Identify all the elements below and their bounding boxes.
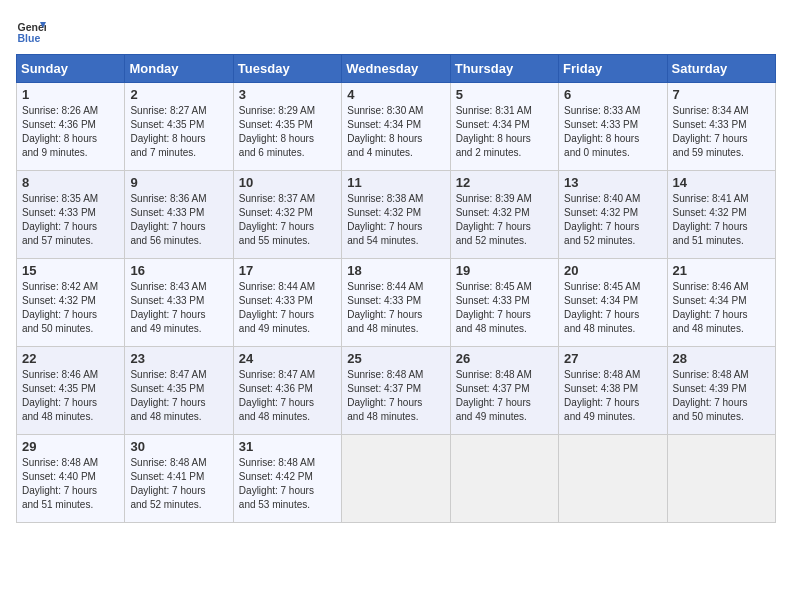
cell-content: Sunrise: 8:40 AM Sunset: 4:32 PM Dayligh… xyxy=(564,192,661,248)
calendar-cell: 7Sunrise: 8:34 AM Sunset: 4:33 PM Daylig… xyxy=(667,83,775,171)
day-number: 14 xyxy=(673,175,770,190)
cell-content: Sunrise: 8:37 AM Sunset: 4:32 PM Dayligh… xyxy=(239,192,336,248)
day-number: 24 xyxy=(239,351,336,366)
calendar-cell: 1Sunrise: 8:26 AM Sunset: 4:36 PM Daylig… xyxy=(17,83,125,171)
calendar-cell: 16Sunrise: 8:43 AM Sunset: 4:33 PM Dayli… xyxy=(125,259,233,347)
day-number: 19 xyxy=(456,263,553,278)
day-number: 15 xyxy=(22,263,119,278)
calendar-cell: 5Sunrise: 8:31 AM Sunset: 4:34 PM Daylig… xyxy=(450,83,558,171)
logo-icon: General Blue xyxy=(16,16,46,46)
week-row-5: 29Sunrise: 8:48 AM Sunset: 4:40 PM Dayli… xyxy=(17,435,776,523)
column-header-monday: Monday xyxy=(125,55,233,83)
week-row-1: 1Sunrise: 8:26 AM Sunset: 4:36 PM Daylig… xyxy=(17,83,776,171)
day-number: 18 xyxy=(347,263,444,278)
day-number: 6 xyxy=(564,87,661,102)
day-number: 9 xyxy=(130,175,227,190)
calendar-table: SundayMondayTuesdayWednesdayThursdayFrid… xyxy=(16,54,776,523)
column-header-wednesday: Wednesday xyxy=(342,55,450,83)
calendar-cell: 26Sunrise: 8:48 AM Sunset: 4:37 PM Dayli… xyxy=(450,347,558,435)
day-number: 12 xyxy=(456,175,553,190)
week-row-3: 15Sunrise: 8:42 AM Sunset: 4:32 PM Dayli… xyxy=(17,259,776,347)
calendar-cell: 24Sunrise: 8:47 AM Sunset: 4:36 PM Dayli… xyxy=(233,347,341,435)
calendar-cell xyxy=(667,435,775,523)
cell-content: Sunrise: 8:43 AM Sunset: 4:33 PM Dayligh… xyxy=(130,280,227,336)
calendar-cell: 23Sunrise: 8:47 AM Sunset: 4:35 PM Dayli… xyxy=(125,347,233,435)
day-number: 23 xyxy=(130,351,227,366)
cell-content: Sunrise: 8:36 AM Sunset: 4:33 PM Dayligh… xyxy=(130,192,227,248)
cell-content: Sunrise: 8:46 AM Sunset: 4:35 PM Dayligh… xyxy=(22,368,119,424)
cell-content: Sunrise: 8:48 AM Sunset: 4:40 PM Dayligh… xyxy=(22,456,119,512)
calendar-cell: 21Sunrise: 8:46 AM Sunset: 4:34 PM Dayli… xyxy=(667,259,775,347)
cell-content: Sunrise: 8:47 AM Sunset: 4:36 PM Dayligh… xyxy=(239,368,336,424)
calendar-cell xyxy=(559,435,667,523)
cell-content: Sunrise: 8:48 AM Sunset: 4:41 PM Dayligh… xyxy=(130,456,227,512)
calendar-cell: 8Sunrise: 8:35 AM Sunset: 4:33 PM Daylig… xyxy=(17,171,125,259)
week-row-4: 22Sunrise: 8:46 AM Sunset: 4:35 PM Dayli… xyxy=(17,347,776,435)
day-number: 13 xyxy=(564,175,661,190)
cell-content: Sunrise: 8:38 AM Sunset: 4:32 PM Dayligh… xyxy=(347,192,444,248)
calendar-cell: 30Sunrise: 8:48 AM Sunset: 4:41 PM Dayli… xyxy=(125,435,233,523)
cell-content: Sunrise: 8:48 AM Sunset: 4:37 PM Dayligh… xyxy=(456,368,553,424)
cell-content: Sunrise: 8:48 AM Sunset: 4:38 PM Dayligh… xyxy=(564,368,661,424)
logo: General Blue xyxy=(16,16,50,46)
day-number: 20 xyxy=(564,263,661,278)
calendar-cell: 15Sunrise: 8:42 AM Sunset: 4:32 PM Dayli… xyxy=(17,259,125,347)
calendar-cell: 9Sunrise: 8:36 AM Sunset: 4:33 PM Daylig… xyxy=(125,171,233,259)
cell-content: Sunrise: 8:44 AM Sunset: 4:33 PM Dayligh… xyxy=(347,280,444,336)
day-number: 7 xyxy=(673,87,770,102)
cell-content: Sunrise: 8:31 AM Sunset: 4:34 PM Dayligh… xyxy=(456,104,553,160)
day-number: 3 xyxy=(239,87,336,102)
cell-content: Sunrise: 8:30 AM Sunset: 4:34 PM Dayligh… xyxy=(347,104,444,160)
calendar-cell: 27Sunrise: 8:48 AM Sunset: 4:38 PM Dayli… xyxy=(559,347,667,435)
calendar-cell: 18Sunrise: 8:44 AM Sunset: 4:33 PM Dayli… xyxy=(342,259,450,347)
calendar-cell: 20Sunrise: 8:45 AM Sunset: 4:34 PM Dayli… xyxy=(559,259,667,347)
cell-content: Sunrise: 8:42 AM Sunset: 4:32 PM Dayligh… xyxy=(22,280,119,336)
calendar-cell: 3Sunrise: 8:29 AM Sunset: 4:35 PM Daylig… xyxy=(233,83,341,171)
day-number: 28 xyxy=(673,351,770,366)
column-header-sunday: Sunday xyxy=(17,55,125,83)
day-number: 5 xyxy=(456,87,553,102)
calendar-cell: 4Sunrise: 8:30 AM Sunset: 4:34 PM Daylig… xyxy=(342,83,450,171)
day-number: 25 xyxy=(347,351,444,366)
day-number: 22 xyxy=(22,351,119,366)
cell-content: Sunrise: 8:45 AM Sunset: 4:34 PM Dayligh… xyxy=(564,280,661,336)
cell-content: Sunrise: 8:48 AM Sunset: 4:37 PM Dayligh… xyxy=(347,368,444,424)
calendar-cell: 10Sunrise: 8:37 AM Sunset: 4:32 PM Dayli… xyxy=(233,171,341,259)
calendar-cell: 13Sunrise: 8:40 AM Sunset: 4:32 PM Dayli… xyxy=(559,171,667,259)
cell-content: Sunrise: 8:48 AM Sunset: 4:42 PM Dayligh… xyxy=(239,456,336,512)
calendar-cell: 14Sunrise: 8:41 AM Sunset: 4:32 PM Dayli… xyxy=(667,171,775,259)
week-row-2: 8Sunrise: 8:35 AM Sunset: 4:33 PM Daylig… xyxy=(17,171,776,259)
day-number: 31 xyxy=(239,439,336,454)
day-number: 17 xyxy=(239,263,336,278)
cell-content: Sunrise: 8:29 AM Sunset: 4:35 PM Dayligh… xyxy=(239,104,336,160)
day-number: 26 xyxy=(456,351,553,366)
day-number: 11 xyxy=(347,175,444,190)
day-number: 1 xyxy=(22,87,119,102)
calendar-cell: 17Sunrise: 8:44 AM Sunset: 4:33 PM Dayli… xyxy=(233,259,341,347)
calendar-cell: 31Sunrise: 8:48 AM Sunset: 4:42 PM Dayli… xyxy=(233,435,341,523)
day-number: 10 xyxy=(239,175,336,190)
day-number: 2 xyxy=(130,87,227,102)
svg-text:Blue: Blue xyxy=(18,32,41,44)
calendar-cell: 11Sunrise: 8:38 AM Sunset: 4:32 PM Dayli… xyxy=(342,171,450,259)
day-number: 4 xyxy=(347,87,444,102)
calendar-cell: 2Sunrise: 8:27 AM Sunset: 4:35 PM Daylig… xyxy=(125,83,233,171)
calendar-cell: 22Sunrise: 8:46 AM Sunset: 4:35 PM Dayli… xyxy=(17,347,125,435)
calendar-cell: 25Sunrise: 8:48 AM Sunset: 4:37 PM Dayli… xyxy=(342,347,450,435)
calendar-cell: 6Sunrise: 8:33 AM Sunset: 4:33 PM Daylig… xyxy=(559,83,667,171)
calendar-cell: 29Sunrise: 8:48 AM Sunset: 4:40 PM Dayli… xyxy=(17,435,125,523)
column-header-saturday: Saturday xyxy=(667,55,775,83)
day-number: 29 xyxy=(22,439,119,454)
column-header-thursday: Thursday xyxy=(450,55,558,83)
header-row: SundayMondayTuesdayWednesdayThursdayFrid… xyxy=(17,55,776,83)
cell-content: Sunrise: 8:41 AM Sunset: 4:32 PM Dayligh… xyxy=(673,192,770,248)
calendar-cell xyxy=(450,435,558,523)
column-header-tuesday: Tuesday xyxy=(233,55,341,83)
day-number: 21 xyxy=(673,263,770,278)
cell-content: Sunrise: 8:47 AM Sunset: 4:35 PM Dayligh… xyxy=(130,368,227,424)
header: General Blue xyxy=(16,16,776,46)
cell-content: Sunrise: 8:34 AM Sunset: 4:33 PM Dayligh… xyxy=(673,104,770,160)
calendar-cell: 12Sunrise: 8:39 AM Sunset: 4:32 PM Dayli… xyxy=(450,171,558,259)
day-number: 16 xyxy=(130,263,227,278)
cell-content: Sunrise: 8:26 AM Sunset: 4:36 PM Dayligh… xyxy=(22,104,119,160)
